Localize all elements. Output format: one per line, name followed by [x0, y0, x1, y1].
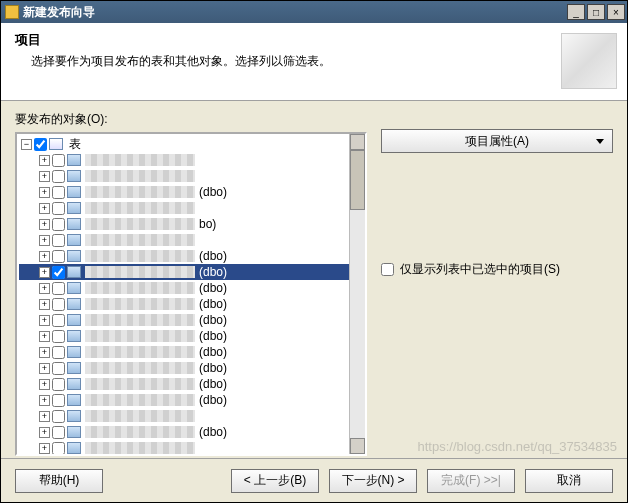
item-checkbox[interactable]: [52, 170, 65, 183]
table-icon: [67, 410, 81, 422]
item-checkbox[interactable]: [52, 346, 65, 359]
schema-suffix: (dbo): [199, 425, 227, 439]
maximize-button[interactable]: □: [587, 4, 605, 20]
redacted-name: [85, 250, 195, 262]
item-checkbox[interactable]: [52, 330, 65, 343]
item-checkbox[interactable]: [52, 234, 65, 247]
expand-icon[interactable]: +: [39, 299, 50, 310]
redacted-name: [85, 202, 195, 214]
item-checkbox[interactable]: [52, 362, 65, 375]
table-icon: [67, 442, 81, 454]
objects-tree-container: −表+++(dbo)++bo)++(dbo)+(dbo)+(dbo)+(dbo)…: [15, 132, 367, 456]
expand-icon[interactable]: +: [39, 171, 50, 182]
tree-item[interactable]: +(dbo): [19, 296, 349, 312]
expand-icon[interactable]: +: [39, 395, 50, 406]
item-checkbox[interactable]: [52, 282, 65, 295]
scroll-down-button[interactable]: [350, 438, 365, 454]
expand-icon[interactable]: +: [39, 203, 50, 214]
item-checkbox[interactable]: [52, 394, 65, 407]
objects-tree[interactable]: −表+++(dbo)++bo)++(dbo)+(dbo)+(dbo)+(dbo)…: [17, 134, 349, 454]
schema-suffix: bo): [199, 217, 216, 231]
minimize-button[interactable]: _: [567, 4, 585, 20]
table-icon: [67, 394, 81, 406]
finish-button[interactable]: 完成(F) >>|: [427, 469, 515, 493]
scroll-thumb[interactable]: [350, 150, 365, 210]
cancel-button[interactable]: 取消: [525, 469, 613, 493]
tree-item[interactable]: +(dbo): [19, 264, 349, 280]
item-checkbox[interactable]: [34, 138, 47, 151]
expand-icon[interactable]: +: [39, 219, 50, 230]
tree-item[interactable]: +(dbo): [19, 344, 349, 360]
expand-icon[interactable]: +: [39, 363, 50, 374]
item-checkbox[interactable]: [52, 410, 65, 423]
table-icon: [67, 330, 81, 342]
expand-icon[interactable]: +: [39, 331, 50, 342]
table-icon: [67, 170, 81, 182]
schema-suffix: (dbo): [199, 265, 227, 279]
expand-icon[interactable]: +: [39, 347, 50, 358]
expand-icon[interactable]: +: [39, 315, 50, 326]
item-checkbox[interactable]: [52, 154, 65, 167]
close-button[interactable]: ×: [607, 4, 625, 20]
tree-item[interactable]: +(dbo): [19, 312, 349, 328]
tree-item[interactable]: +(dbo): [19, 328, 349, 344]
expand-icon[interactable]: +: [39, 283, 50, 294]
tree-root-tables[interactable]: −表: [19, 136, 349, 152]
tree-item[interactable]: +bo): [19, 216, 349, 232]
tree-item[interactable]: +(dbo): [19, 360, 349, 376]
vertical-scrollbar[interactable]: [349, 134, 365, 454]
item-checkbox[interactable]: [52, 426, 65, 439]
table-icon: [67, 298, 81, 310]
tree-item[interactable]: +: [19, 200, 349, 216]
expand-icon[interactable]: +: [39, 427, 50, 438]
help-button[interactable]: 帮助(H): [15, 469, 103, 493]
tree-item[interactable]: +(dbo): [19, 280, 349, 296]
tree-item[interactable]: +: [19, 152, 349, 168]
only-show-selected-checkbox[interactable]: [381, 263, 394, 276]
objects-label: 要发布的对象(O):: [15, 111, 367, 128]
expand-icon[interactable]: +: [39, 379, 50, 390]
item-checkbox[interactable]: [52, 314, 65, 327]
expand-icon[interactable]: +: [39, 411, 50, 422]
scroll-up-button[interactable]: [350, 134, 365, 150]
app-icon: [5, 5, 19, 19]
tree-item[interactable]: +: [19, 232, 349, 248]
table-icon: [67, 202, 81, 214]
table-icon: [67, 266, 81, 278]
schema-suffix: (dbo): [199, 345, 227, 359]
item-checkbox[interactable]: [52, 442, 65, 455]
tree-item[interactable]: +: [19, 168, 349, 184]
item-checkbox[interactable]: [52, 202, 65, 215]
redacted-name: [85, 234, 195, 246]
tree-item[interactable]: +(dbo): [19, 392, 349, 408]
item-checkbox[interactable]: [52, 250, 65, 263]
expand-icon[interactable]: +: [39, 267, 50, 278]
item-properties-button[interactable]: 项目属性(A): [381, 129, 613, 153]
expand-icon[interactable]: +: [39, 251, 50, 262]
expand-icon[interactable]: +: [39, 155, 50, 166]
schema-suffix: (dbo): [199, 361, 227, 375]
item-checkbox[interactable]: [52, 298, 65, 311]
expand-icon[interactable]: +: [39, 235, 50, 246]
item-checkbox[interactable]: [52, 266, 65, 279]
table-icon: [67, 314, 81, 326]
redacted-name: [85, 362, 195, 374]
tree-item[interactable]: +(dbo): [19, 424, 349, 440]
collapse-icon[interactable]: −: [21, 139, 32, 150]
expand-icon[interactable]: +: [39, 443, 50, 454]
item-checkbox[interactable]: [52, 218, 65, 231]
item-checkbox[interactable]: [52, 186, 65, 199]
titlebar: 新建发布向导 _ □ ×: [1, 1, 627, 23]
item-checkbox[interactable]: [52, 378, 65, 391]
tree-item[interactable]: +(dbo): [19, 248, 349, 264]
next-button[interactable]: 下一步(N) >: [329, 469, 417, 493]
tree-item[interactable]: +(dbo): [19, 184, 349, 200]
tree-item[interactable]: +: [19, 440, 349, 454]
expand-icon[interactable]: +: [39, 187, 50, 198]
table-icon: [67, 250, 81, 262]
tree-item[interactable]: +(dbo): [19, 376, 349, 392]
body: 要发布的对象(O): −表+++(dbo)++bo)++(dbo)+(dbo)+…: [1, 101, 627, 456]
redacted-name: [85, 314, 195, 326]
tree-item[interactable]: +: [19, 408, 349, 424]
back-button[interactable]: < 上一步(B): [231, 469, 319, 493]
